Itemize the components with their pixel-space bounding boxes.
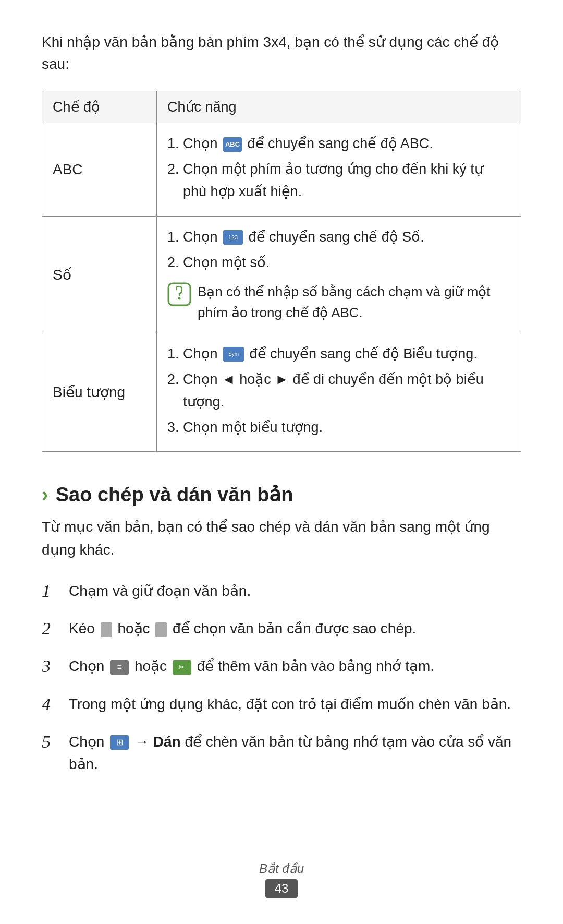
table-header-mode: Chế độ [42, 91, 157, 123]
drag-handle-right-icon [155, 622, 167, 637]
step-3: 3 Chọn ≡ hoặc ✂ để thêm văn bản vào bảng… [42, 655, 521, 678]
paste-label: Dán [153, 734, 181, 750]
mode-func-bieu-tuong: Chọn SymABC để chuyển sang chế độ Biểu t… [157, 333, 521, 452]
num-icon: 123sym [223, 230, 243, 245]
note-icon [167, 282, 191, 306]
table-row-abc: ABC Chọn ABC123 để chuyển sang chế độ AB… [42, 123, 521, 217]
list-item: Chọn SymABC để chuyển sang chế độ Biểu t… [183, 343, 510, 365]
cut-icon: ✂ [173, 660, 191, 675]
copy-icon: ≡ [110, 660, 129, 675]
intro-paragraph: Khi nhập văn bản bằng bàn phím 3x4, bạn … [42, 31, 521, 75]
step-number-5: 5 [42, 730, 60, 753]
section-intro: Từ mục văn bản, bạn có thể sao chép và d… [42, 515, 521, 561]
step-2: 2 Kéo hoặc để chọn văn bản cần được sao … [42, 617, 521, 640]
list-item: Chọn một phím ảo tương ứng cho đến khi k… [183, 158, 510, 203]
list-item: Chọn một biểu tượng. [183, 416, 510, 439]
table-row-bieu-tuong: Biểu tượng Chọn SymABC để chuyển sang ch… [42, 333, 521, 452]
step-number-2: 2 [42, 617, 60, 640]
list-item: Chọn ◄ hoặc ► để di chuyển đến một bộ bi… [183, 368, 510, 413]
step-content-2: Kéo hoặc để chọn văn bản cần được sao ch… [69, 617, 521, 640]
mode-func-so: Chọn 123sym để chuyển sang chế độ Số. Ch… [157, 216, 521, 333]
sym-icon: SymABC [223, 347, 244, 362]
step-4: 4 Trong một ứng dụng khác, đặt con trỏ t… [42, 693, 521, 716]
steps-list: 1 Chạm và giữ đoạn văn bản. 2 Kéo hoặc đ… [42, 580, 521, 776]
mode-name-abc: ABC [42, 123, 157, 217]
list-item: Chọn ABC123 để chuyển sang chế độ ABC. [183, 133, 510, 155]
section-chevron: › [42, 484, 48, 506]
table-header-function: Chức năng [157, 91, 521, 123]
footer: Bắt đầu 43 [0, 861, 563, 898]
step-content-4: Trong một ứng dụng khác, đặt con trỏ tại… [69, 693, 521, 715]
paste-icon: ⊞ [110, 735, 129, 750]
list-item: Chọn một số. [183, 251, 510, 274]
step-content-3: Chọn ≡ hoặc ✂ để thêm văn bản vào bảng n… [69, 655, 521, 677]
svg-point-1 [178, 297, 181, 299]
abc-icon: ABC123 [223, 137, 242, 152]
footer-label: Bắt đầu [0, 861, 563, 876]
list-item: Chọn 123sym để chuyển sang chế độ Số. [183, 226, 510, 248]
footer-page: 43 [265, 879, 298, 898]
note-text: Bạn có thể nhập số bằng cách chạm và giữ… [198, 281, 510, 323]
step-5: 5 Chọn ⊞ → Dán để chèn văn bản từ bảng n… [42, 730, 521, 776]
mode-name-bieu-tuong: Biểu tượng [42, 333, 157, 452]
mode-func-abc: Chọn ABC123 để chuyển sang chế độ ABC. C… [157, 123, 521, 217]
table-row-so: Số Chọn 123sym để chuyển sang chế độ Số.… [42, 216, 521, 333]
step-1: 1 Chạm và giữ đoạn văn bản. [42, 580, 521, 603]
drag-handle-left-icon [101, 622, 112, 637]
section-title: Sao chép và dán văn bản [56, 483, 293, 506]
step-number-3: 3 [42, 655, 60, 678]
step-number-1: 1 [42, 580, 60, 603]
step-number-4: 4 [42, 693, 60, 716]
mode-table: Chế độ Chức năng ABC Chọn ABC123 để chuy… [42, 91, 521, 452]
section-heading: › Sao chép và dán văn bản [42, 483, 521, 506]
step-content-1: Chạm và giữ đoạn văn bản. [69, 580, 521, 602]
note-box: Bạn có thể nhập số bằng cách chạm và giữ… [167, 281, 510, 323]
mode-name-so: Số [42, 216, 157, 333]
step-content-5: Chọn ⊞ → Dán để chèn văn bản từ bảng nhớ… [69, 730, 521, 776]
